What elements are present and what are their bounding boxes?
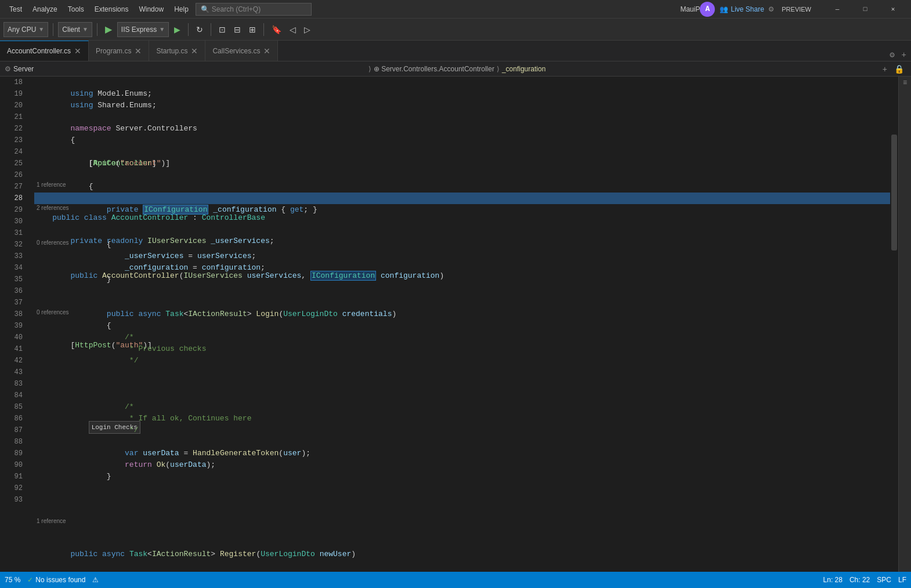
code-line-36: 0 references [HttpPost("auth")]	[34, 285, 890, 297]
nav-prev-btn[interactable]: ◁	[287, 24, 299, 35]
code-line-91	[34, 471, 890, 482]
code-line-32: _userServices = userServices;	[34, 239, 890, 251]
status-line-ending[interactable]: LF	[898, 576, 906, 584]
title-bar-left: Test Analyze Tools Extensions Window Hel…	[5, 3, 680, 16]
warning-icon: ⚠	[92, 576, 99, 584]
config-label: Client	[62, 26, 80, 34]
tab-account-controller[interactable]: AccountController.cs ✕	[0, 41, 89, 61]
linenum-39: 39	[0, 320, 27, 332]
menu-tools[interactable]: Tools	[63, 3, 89, 16]
code-line-39: /*	[34, 320, 890, 332]
menu-analyze[interactable]: Analyze	[28, 3, 62, 16]
code-line-21: namespace Server.Controllers	[34, 111, 890, 123]
search-icon: 🔍	[201, 5, 209, 13]
tab-close-startup[interactable]: ✕	[191, 47, 198, 55]
linenum-35: 35	[0, 274, 27, 285]
tab-label-account-controller: AccountController.cs	[7, 47, 71, 55]
tab-startup[interactable]: Startup.cs ✕	[149, 41, 205, 61]
status-line[interactable]: Ln: 28	[823, 576, 843, 584]
tab-callservices[interactable]: CallServices.cs ✕	[205, 41, 278, 61]
status-errors[interactable]: ⚠	[92, 576, 99, 584]
config-selector[interactable]: Client ▼	[58, 22, 92, 37]
code-line-41: */	[34, 343, 890, 355]
search-box[interactable]: 🔍 Search (Ctrl+Q)	[196, 3, 312, 16]
panel-add-btn[interactable]: +	[880, 64, 890, 74]
run-dropdown-btn[interactable]: ▶	[171, 24, 183, 35]
menu-window[interactable]: Window	[134, 3, 168, 16]
breadcrumb-namespace: ⊕ Server.Controllers.AccountController	[374, 65, 494, 73]
tab-close-callservices[interactable]: ✕	[263, 47, 270, 55]
linenum-92: 92	[0, 482, 27, 494]
linenum-37: 37	[0, 297, 27, 308]
status-col[interactable]: Ch: 22	[849, 576, 870, 584]
toolbar-sep-1	[53, 23, 53, 36]
minimize-button[interactable]: —	[824, 0, 851, 19]
status-indent[interactable]: SPC	[877, 576, 891, 584]
linenum-84: 84	[0, 390, 27, 401]
linenum-34: 34	[0, 262, 27, 274]
tabs-settings-btn[interactable]: ⚙	[887, 49, 896, 61]
code-line-30: 0 references public AccountController(IU…	[34, 216, 890, 227]
linenum-38: 38	[0, 308, 27, 320]
menu-test[interactable]: Test	[5, 3, 27, 16]
code-line-20	[34, 100, 890, 111]
code-line-18: using Model.Enums;	[34, 77, 890, 88]
new-window-btn[interactable]: ⊡	[216, 24, 229, 35]
live-share-icon: 👥	[720, 5, 728, 13]
status-source-control[interactable]: ✓ No issues found	[27, 576, 85, 584]
menu-help[interactable]: Help	[169, 3, 193, 16]
tab-program[interactable]: Program.cs ✕	[89, 41, 149, 61]
linenum-28: 28	[0, 193, 27, 204]
linenum-26: 26	[0, 169, 27, 181]
linenum-30: 30	[0, 216, 27, 227]
maximize-button[interactable]: □	[852, 0, 879, 19]
code-line-24: [Route("account")]	[34, 146, 890, 158]
code-line-85: * If all ok, Continues here	[34, 401, 890, 413]
scrollbar[interactable]	[890, 77, 898, 572]
linenum-33: 33	[0, 251, 27, 262]
split-btn[interactable]: ⊟	[231, 24, 244, 35]
platform-selector[interactable]: Any CPU ▼	[3, 22, 48, 37]
tabs-add-btn[interactable]: +	[899, 49, 909, 61]
linenum-22: 22	[0, 123, 27, 135]
scrollbar-thumb[interactable]	[891, 135, 897, 251]
search-placeholder: Search (Ctrl+Q)	[212, 5, 261, 13]
bookmark-btn[interactable]: 🔖	[269, 24, 284, 35]
linenum-89: 89	[0, 448, 27, 459]
run-target-dropdown-arrow: ▼	[159, 26, 165, 32]
tab-label-program: Program.cs	[96, 47, 131, 55]
linenum-24: 24	[0, 146, 27, 158]
issues-label: No issues found	[35, 576, 85, 584]
panel-lock-btn[interactable]: 🔒	[892, 64, 906, 74]
tabs-actions: ⚙ +	[887, 49, 911, 61]
status-zoom[interactable]: 75 %	[5, 576, 20, 584]
code-line-27: 2 references private readonly IUserServi…	[34, 181, 890, 193]
user-avatar[interactable]: A	[700, 2, 715, 17]
code-line-87	[34, 424, 890, 436]
zoom-label: 75 %	[5, 576, 20, 584]
live-share-settings-icon[interactable]: ⚙	[769, 4, 773, 14]
config-dropdown-arrow: ▼	[82, 26, 88, 32]
live-share-label: Live Share	[731, 5, 764, 13]
indent-label: SPC	[877, 576, 891, 584]
code-line-37: public async Task<IActionResult> Login(U…	[34, 297, 890, 308]
layout-btn[interactable]: ⊞	[246, 24, 259, 35]
tab-close-program[interactable]: ✕	[135, 47, 142, 55]
refresh-btn[interactable]: ↻	[193, 24, 206, 35]
code-line-29	[34, 204, 890, 216]
linenum-43: 43	[0, 366, 27, 378]
live-share-button[interactable]: 👥 Live Share	[720, 5, 764, 13]
linenum-19: 19	[0, 88, 27, 100]
preview-label: PREVIEW	[778, 5, 815, 14]
linenum-32: 32	[0, 239, 27, 251]
code-line-35	[34, 274, 890, 285]
linenum-41: 41	[0, 343, 27, 355]
menu-extensions[interactable]: Extensions	[90, 3, 133, 16]
nav-next-btn[interactable]: ▷	[301, 24, 313, 35]
close-button[interactable]: ✕	[880, 0, 906, 19]
run-target-selector[interactable]: IIS Express ▼	[117, 22, 169, 37]
right-panel-icon-1[interactable]: ≡	[903, 79, 907, 87]
check-icon: ✓	[27, 576, 33, 584]
run-button[interactable]: ▶	[102, 23, 115, 36]
tab-close-account-controller[interactable]: ✕	[74, 47, 81, 55]
